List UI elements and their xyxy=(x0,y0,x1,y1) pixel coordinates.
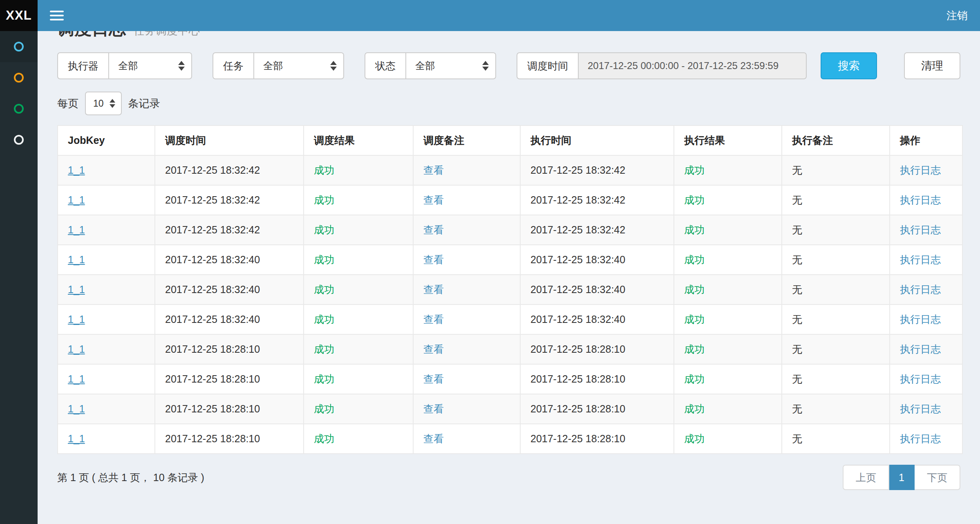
table-row: 1_1 2017-12-25 18:32:42 成功 查看 2017-12-25… xyxy=(58,185,962,215)
action-cell: 执行日志 xyxy=(890,215,962,245)
status-filter-group: 状态 全部 xyxy=(365,52,496,79)
exec-time-cell: 2017-12-25 18:28:10 xyxy=(520,334,674,364)
sched-result-cell: 成功 xyxy=(304,424,413,454)
column-header-2: 调度结果 xyxy=(304,125,413,155)
exec-time-cell: 2017-12-25 18:32:40 xyxy=(520,275,674,305)
column-header-1: 调度时间 xyxy=(155,125,304,155)
job-filter-value: 全部 xyxy=(263,59,283,72)
exec-result-cell: 成功 xyxy=(674,305,782,334)
main-content: 调度日志 任务调度中心 执行器 全部 任务 全部 状态 全部 调度时 xyxy=(38,0,980,490)
sched-remark-link[interactable]: 查看 xyxy=(423,284,444,295)
exec-time-cell: 2017-12-25 18:28:10 xyxy=(520,424,674,454)
hamburger-bar xyxy=(50,15,64,16)
jobkey-link[interactable]: 1_1 xyxy=(68,343,85,355)
sched-remark-link[interactable]: 查看 xyxy=(423,433,444,444)
exec-log-link[interactable]: 执行日志 xyxy=(900,373,941,385)
sched-remark-cell: 查看 xyxy=(413,155,520,185)
sched-time-cell: 2017-12-25 18:28:10 xyxy=(155,334,304,364)
sidebar-item-4[interactable] xyxy=(0,124,38,155)
exec-log-link[interactable]: 执行日志 xyxy=(900,224,941,235)
exec-remark-cell: 无 xyxy=(782,424,890,454)
logout-link[interactable]: 注销 xyxy=(946,9,968,23)
jobkey-link[interactable]: 1_1 xyxy=(68,284,85,295)
sched-result-cell: 成功 xyxy=(304,245,413,275)
top-navbar: XXL 注销 xyxy=(0,0,980,31)
prev-page-button[interactable]: 上页 xyxy=(843,465,889,490)
exec-remark-cell: 无 xyxy=(782,364,890,394)
job-filter-select[interactable]: 全部 xyxy=(253,52,344,79)
sched-remark-link[interactable]: 查看 xyxy=(423,164,444,176)
jobkey-cell: 1_1 xyxy=(58,394,155,424)
exec-log-link[interactable]: 执行日志 xyxy=(900,433,941,444)
page-1-button[interactable]: 1 xyxy=(889,465,915,490)
page-size-select[interactable]: 10 xyxy=(85,92,122,115)
sched-remark-link[interactable]: 查看 xyxy=(423,254,444,265)
sched-result-text: 成功 xyxy=(314,433,334,444)
table-row: 1_1 2017-12-25 18:28:10 成功 查看 2017-12-25… xyxy=(58,424,962,454)
exec-log-link[interactable]: 执行日志 xyxy=(900,403,941,414)
action-cell: 执行日志 xyxy=(890,305,962,334)
sched-result-cell: 成功 xyxy=(304,364,413,394)
sched-remark-link[interactable]: 查看 xyxy=(423,224,444,235)
search-button[interactable]: 搜索 xyxy=(821,52,877,79)
jobkey-cell: 1_1 xyxy=(58,305,155,334)
exec-time-cell: 2017-12-25 18:28:10 xyxy=(520,364,674,394)
sched-remark-link[interactable]: 查看 xyxy=(423,194,444,206)
sched-remark-cell: 查看 xyxy=(413,275,520,305)
sched-remark-link[interactable]: 查看 xyxy=(423,403,444,414)
exec-log-link[interactable]: 执行日志 xyxy=(900,254,941,265)
clear-button[interactable]: 清理 xyxy=(904,52,960,79)
sched-remark-link[interactable]: 查看 xyxy=(423,373,444,385)
sched-remark-link[interactable]: 查看 xyxy=(423,314,444,325)
sidebar-menu xyxy=(0,31,38,524)
jobkey-link[interactable]: 1_1 xyxy=(68,224,85,235)
exec-log-link[interactable]: 执行日志 xyxy=(900,284,941,295)
exec-time-cell: 2017-12-25 18:32:42 xyxy=(520,155,674,185)
time-range-input[interactable] xyxy=(578,52,807,79)
exec-log-link[interactable]: 执行日志 xyxy=(900,164,941,176)
exec-log-link[interactable]: 执行日志 xyxy=(900,194,941,206)
next-page-button[interactable]: 下页 xyxy=(915,465,960,490)
exec-log-link[interactable]: 执行日志 xyxy=(900,314,941,325)
jobkey-cell: 1_1 xyxy=(58,364,155,394)
log-table-body: 1_1 2017-12-25 18:32:42 成功 查看 2017-12-25… xyxy=(58,155,962,454)
sidebar-toggle-icon[interactable] xyxy=(50,11,64,20)
jobkey-cell: 1_1 xyxy=(58,245,155,275)
jobkey-link[interactable]: 1_1 xyxy=(68,314,85,325)
time-filter-label: 调度时间 xyxy=(517,52,578,79)
sched-remark-cell: 查看 xyxy=(413,394,520,424)
sched-time-cell: 2017-12-25 18:32:42 xyxy=(155,215,304,245)
jobkey-link[interactable]: 1_1 xyxy=(68,194,85,206)
jobkey-link[interactable]: 1_1 xyxy=(68,373,85,385)
exec-result-cell: 成功 xyxy=(674,215,782,245)
sched-result-cell: 成功 xyxy=(304,305,413,334)
exec-result-text: 成功 xyxy=(684,403,705,414)
exec-remark-cell: 无 xyxy=(782,185,890,215)
table-row: 1_1 2017-12-25 18:32:42 成功 查看 2017-12-25… xyxy=(58,215,962,245)
jobkey-link[interactable]: 1_1 xyxy=(68,433,85,444)
sched-remark-link[interactable]: 查看 xyxy=(423,343,444,355)
sidebar-item-3[interactable] xyxy=(0,93,38,124)
exec-log-link[interactable]: 执行日志 xyxy=(900,343,941,355)
exec-remark-cell: 无 xyxy=(782,245,890,275)
column-header-7: 操作 xyxy=(890,125,962,155)
executor-filter-select[interactable]: 全部 xyxy=(108,52,192,79)
table-row: 1_1 2017-12-25 18:28:10 成功 查看 2017-12-25… xyxy=(58,364,962,394)
exec-result-text: 成功 xyxy=(684,164,705,176)
sched-time-cell: 2017-12-25 18:32:40 xyxy=(155,245,304,275)
filter-buttons: 搜索 清理 xyxy=(821,52,960,79)
sched-result-text: 成功 xyxy=(314,224,334,235)
status-filter-value: 全部 xyxy=(415,59,435,72)
jobkey-link[interactable]: 1_1 xyxy=(68,254,85,265)
status-filter-select[interactable]: 全部 xyxy=(405,52,496,79)
jobkey-link[interactable]: 1_1 xyxy=(68,164,85,176)
column-header-3: 调度备注 xyxy=(413,125,520,155)
sidebar-item-1[interactable] xyxy=(0,31,38,62)
sidebar-item-2[interactable] xyxy=(0,62,38,93)
page-size-suffix: 条记录 xyxy=(128,96,160,111)
exec-time-cell: 2017-12-25 18:32:40 xyxy=(520,305,674,334)
jobkey-link[interactable]: 1_1 xyxy=(68,403,85,414)
sched-time-cell: 2017-12-25 18:28:10 xyxy=(155,394,304,424)
table-row: 1_1 2017-12-25 18:32:40 成功 查看 2017-12-25… xyxy=(58,275,962,305)
app-logo[interactable]: XXL xyxy=(0,0,38,31)
